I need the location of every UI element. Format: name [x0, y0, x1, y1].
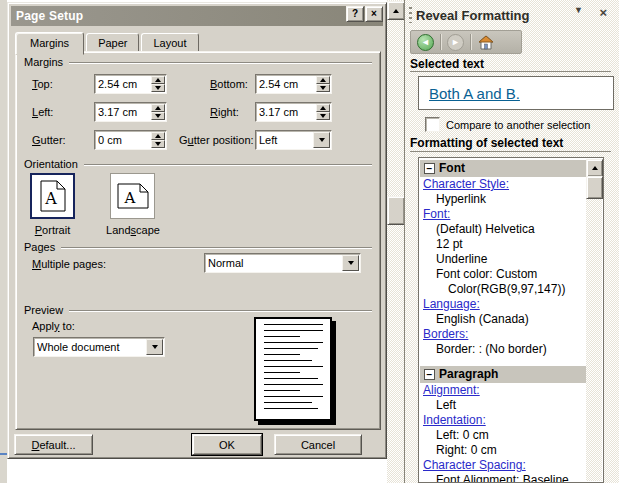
background-app-strip [0, 0, 7, 483]
right-margin-value: 3.17 cm [259, 106, 315, 118]
format-value: Underline [420, 252, 586, 267]
pane-menu-icon[interactable]: ▼ [574, 5, 583, 15]
apply-to-label: Apply to: [32, 320, 75, 332]
collapse-icon[interactable]: − [424, 369, 435, 380]
formatting-list-scrollbar[interactable] [586, 159, 602, 481]
format-value: English (Canada) [420, 312, 586, 327]
bottom-margin-input[interactable]: 2.54 cm [255, 74, 332, 94]
format-property-link[interactable]: Borders: [420, 327, 586, 342]
format-value: (Default) Helvetica [420, 222, 586, 237]
compare-checkbox[interactable] [425, 117, 440, 132]
top-margin-input[interactable]: 2.54 cm [94, 74, 167, 94]
dropdown-arrow-icon[interactable] [342, 255, 359, 271]
pane-close-icon[interactable]: × [599, 5, 607, 20]
spin-down-icon[interactable] [316, 112, 330, 120]
spin-up-icon[interactable] [151, 132, 165, 140]
preview-section-header: Preview [24, 304, 372, 316]
gutter-position-label: Gutter position: [179, 134, 254, 146]
default-button[interactable]: Default... [14, 434, 93, 455]
tab-paper[interactable]: Paper [86, 33, 139, 53]
format-property-link[interactable]: Alignment: [420, 383, 586, 398]
list-spacer [420, 357, 586, 366]
collapse-icon[interactable]: − [424, 163, 435, 174]
format-value: Font Alignment: Baseline [420, 473, 586, 483]
scrollbar-track[interactable] [586, 159, 602, 481]
orientation-section-label: Orientation [24, 158, 78, 170]
cancel-button[interactable]: Cancel [274, 434, 362, 455]
spin-down-icon[interactable] [151, 84, 165, 92]
toolbar-separator [440, 34, 441, 50]
close-icon[interactable]: × [365, 6, 383, 22]
back-icon[interactable]: ◄ [417, 34, 434, 51]
apply-to-select[interactable]: Whole document [33, 337, 165, 357]
left-margin-input[interactable]: 3.17 cm [94, 102, 167, 122]
gutter-input[interactable]: 0 cm [94, 130, 167, 150]
format-property-link[interactable]: Indentation: [420, 413, 586, 428]
spin-down-icon[interactable] [151, 140, 165, 148]
pane-titlebar[interactable]: Reveal Formatting [407, 4, 619, 26]
section-divider [61, 247, 372, 249]
tab-margins[interactable]: Margins [15, 32, 84, 55]
formatting-list: −FontCharacter Style:HyperlinkFont:(Defa… [418, 157, 604, 483]
gutter-position-value: Left [259, 134, 315, 146]
scrollbar-thumb[interactable] [586, 176, 603, 199]
preview-section-label: Preview [24, 304, 63, 316]
document-edge [0, 453, 7, 455]
pane-title: Reveal Formatting [416, 8, 529, 23]
bottom-margin-value: 2.54 cm [259, 78, 315, 90]
portrait-option[interactable]: A [30, 173, 75, 219]
format-section-label: Font [439, 160, 465, 177]
dropdown-arrow-icon[interactable] [313, 132, 330, 148]
left-margin-label: Left: [32, 106, 53, 118]
format-property-link[interactable]: Language: [420, 297, 586, 312]
forward-icon[interactable]: ► [447, 34, 464, 51]
format-value: Right: 0 cm [420, 443, 586, 458]
spin-down-icon[interactable] [151, 112, 165, 120]
help-icon[interactable]: ? [346, 6, 364, 22]
format-section-label: Paragraph [439, 366, 498, 383]
svg-text:A: A [44, 189, 57, 208]
format-property-link[interactable]: Character Spacing: [420, 458, 586, 473]
tab-layout[interactable]: Layout [141, 33, 198, 53]
spin-up-icon[interactable] [151, 104, 165, 112]
right-margin-label: Right: [210, 106, 239, 118]
selected-text-box: Both A and B. [418, 76, 614, 110]
format-property-link[interactable]: Font: [420, 207, 586, 222]
spin-up-icon[interactable] [316, 104, 330, 112]
scroll-up-icon[interactable] [387, 1, 405, 20]
pane-toolbar: ◄ ► [410, 30, 522, 54]
scroll-up-icon[interactable] [586, 159, 603, 177]
section-divider [69, 310, 372, 312]
right-margin-input[interactable]: 3.17 cm [255, 102, 332, 122]
top-margin-value: 2.54 cm [98, 78, 150, 90]
home-icon[interactable] [478, 35, 494, 50]
landscape-label: Landscape [100, 224, 166, 236]
ok-button[interactable]: OK [192, 434, 262, 455]
heading-rule [410, 71, 611, 72]
tab-strip: Margins Paper Layout [15, 32, 201, 53]
section-divider [69, 62, 372, 64]
scrollbar-thumb[interactable] [387, 196, 405, 225]
compare-checkbox-label: Compare to another selection [446, 119, 590, 131]
gutter-label: Gutter: [32, 134, 66, 146]
dropdown-arrow-icon[interactable] [146, 339, 163, 355]
document-vertical-scrollbar[interactable] [387, 0, 404, 483]
format-property-link[interactable]: Character Style: [420, 177, 586, 192]
spin-up-icon[interactable] [151, 76, 165, 84]
margins-section-header: Margins [24, 56, 372, 68]
scrollbar-track[interactable] [387, 0, 404, 483]
spin-down-icon[interactable] [316, 84, 330, 92]
gutter-position-select[interactable]: Left [255, 130, 332, 150]
margins-tab-panel: Margins Top: 2.54 cm Bottom: 2.54 cm Lef… [15, 51, 381, 430]
bottom-margin-label: Bottom: [210, 78, 248, 90]
portrait-icon: A [40, 180, 66, 212]
drag-handle-icon[interactable] [409, 7, 412, 23]
multiple-pages-value: Normal [208, 257, 344, 269]
format-value: Border: : (No border) [420, 342, 586, 357]
spin-up-icon[interactable] [316, 76, 330, 84]
dialog-titlebar[interactable]: Page Setup [11, 6, 383, 26]
gutter-value: 0 cm [98, 134, 150, 146]
multiple-pages-label: Multiple pages: [32, 258, 106, 270]
multiple-pages-select[interactable]: Normal [204, 253, 361, 273]
landscape-option[interactable]: A [110, 173, 155, 219]
